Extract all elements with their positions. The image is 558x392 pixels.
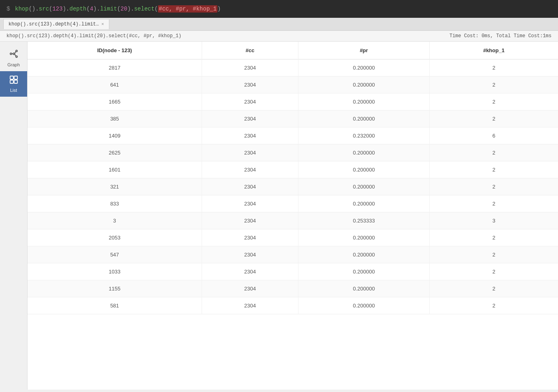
table-row: 641 2304 0.200000 2 (28, 76, 558, 93)
results-content[interactable]: ID(node - 123) #cc #pr #khop_1 2817 2304… (28, 42, 558, 390)
cell-pr: 0.200000 (298, 229, 429, 246)
svg-line-5 (15, 51, 16, 54)
graph-icon (9, 49, 19, 61)
cell-cc: 2304 (202, 144, 298, 161)
cell-pr: 0.200000 (298, 59, 429, 76)
cell-id: 1409 (28, 127, 202, 144)
svg-rect-8 (14, 76, 17, 79)
cell-cc: 2304 (202, 59, 298, 76)
cell-id: 1665 (28, 93, 202, 110)
cell-pr: 0.200000 (298, 110, 429, 127)
cell-khop: 2 (430, 246, 558, 263)
cell-khop: 6 (430, 127, 558, 144)
tab-label: khop().src(123).depth(4).limit… (9, 21, 99, 27)
table-row: 1033 2304 0.200000 2 (28, 263, 558, 280)
svg-line-6 (15, 54, 16, 56)
col-pr: #pr (298, 42, 429, 59)
cell-cc: 2304 (202, 93, 298, 110)
list-label: List (10, 88, 17, 93)
query-khop: khop (15, 6, 29, 12)
cell-khop: 2 (430, 161, 558, 178)
cell-cc: 2304 (202, 161, 298, 178)
table-row: 2817 2304 0.200000 2 (28, 59, 558, 76)
cell-id: 641 (28, 76, 202, 93)
cell-cc: 2304 (202, 229, 298, 246)
cell-id: 1155 (28, 280, 202, 297)
cell-khop: 2 (430, 76, 558, 93)
cell-id: 385 (28, 110, 202, 127)
cell-khop: 2 (430, 93, 558, 110)
cell-khop: 2 (430, 195, 558, 212)
cell-cc: 2304 (202, 110, 298, 127)
cell-id: 833 (28, 195, 202, 212)
cell-khop: 2 (430, 144, 558, 161)
svg-point-3 (13, 53, 15, 55)
cell-khop: 2 (430, 229, 558, 246)
query-tab[interactable]: khop().src(123).depth(4).limit… × (3, 19, 109, 29)
main-layout: Graph List ID(node - 123) #cc #pr (0, 42, 558, 390)
query-code[interactable]: khop().src(123).depth(4).limit(20).selec… (15, 6, 221, 12)
cell-id: 1033 (28, 263, 202, 280)
table-row: 1155 2304 0.200000 2 (28, 280, 558, 297)
col-id: ID(node - 123) (28, 42, 202, 59)
cell-cc: 2304 (202, 76, 298, 93)
cell-cc: 2304 (202, 297, 298, 314)
cell-khop: 2 (430, 59, 558, 76)
cell-cc: 2304 (202, 280, 298, 297)
cell-cc: 2304 (202, 195, 298, 212)
cell-id: 3 (28, 212, 202, 229)
table-row: 2053 2304 0.200000 2 (28, 229, 558, 246)
table-row: 581 2304 0.200000 2 (28, 297, 558, 314)
col-cc: #cc (202, 42, 298, 59)
cell-khop: 2 (430, 110, 558, 127)
table-row: 2625 2304 0.200000 2 (28, 144, 558, 161)
query-info-bar: khop().src(123).depth(4).limit(20).selec… (0, 31, 558, 42)
cell-cc: 2304 (202, 178, 298, 195)
table-row: 833 2304 0.200000 2 (28, 195, 558, 212)
table-row: 1409 2304 0.232000 6 (28, 127, 558, 144)
cell-id: 321 (28, 178, 202, 195)
table-row: 547 2304 0.200000 2 (28, 246, 558, 263)
cell-cc: 2304 (202, 212, 298, 229)
cell-pr: 0.200000 (298, 76, 429, 93)
table-row: 321 2304 0.200000 2 (28, 178, 558, 195)
cell-pr: 0.200000 (298, 263, 429, 280)
cell-khop: 2 (430, 263, 558, 280)
table-header-row: ID(node - 123) #cc #pr #khop_1 (28, 42, 558, 59)
svg-rect-9 (10, 80, 13, 83)
cell-cc: 2304 (202, 127, 298, 144)
cell-id: 2625 (28, 144, 202, 161)
cell-pr: 0.200000 (298, 297, 429, 314)
results-table: ID(node - 123) #cc #pr #khop_1 2817 2304… (28, 42, 558, 314)
svg-point-0 (10, 53, 12, 55)
cell-pr: 0.200000 (298, 161, 429, 178)
cell-id: 2817 (28, 59, 202, 76)
tab-close-button[interactable]: × (101, 22, 104, 27)
sidebar: Graph List (0, 42, 28, 390)
svg-rect-7 (10, 76, 13, 79)
cell-pr: 0.200000 (298, 93, 429, 110)
cell-pr: 0.253333 (298, 212, 429, 229)
query-info-text: khop().src(123).depth(4).limit(20).selec… (6, 33, 181, 39)
cell-id: 547 (28, 246, 202, 263)
cell-cc: 2304 (202, 263, 298, 280)
table-row: 1665 2304 0.200000 2 (28, 93, 558, 110)
svg-rect-10 (14, 80, 17, 83)
table-row: 3 2304 0.253333 3 (28, 212, 558, 229)
sidebar-item-graph[interactable]: Graph (0, 45, 27, 71)
cell-pr: 0.200000 (298, 195, 429, 212)
table-row: 1601 2304 0.200000 2 (28, 161, 558, 178)
list-icon (9, 75, 18, 86)
sidebar-item-list[interactable]: List (0, 71, 27, 97)
cell-khop: 2 (430, 280, 558, 297)
cell-pr: 0.200000 (298, 178, 429, 195)
cell-pr: 0.200000 (298, 280, 429, 297)
table-row: 385 2304 0.200000 2 (28, 110, 558, 127)
cell-id: 1601 (28, 161, 202, 178)
graph-label: Graph (7, 62, 20, 67)
cell-khop: 3 (430, 212, 558, 229)
cell-khop: 2 (430, 297, 558, 314)
query-highlight: #cc, #pr, #khop_1 (158, 5, 217, 13)
cell-cc: 2304 (202, 246, 298, 263)
cell-id: 2053 (28, 229, 202, 246)
